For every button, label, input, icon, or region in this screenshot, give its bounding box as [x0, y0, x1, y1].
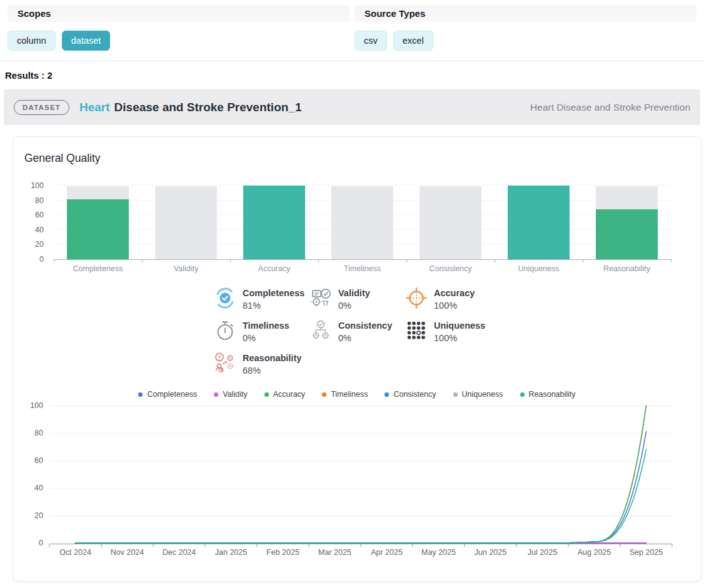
result-title-highlight: Heart	[79, 101, 110, 114]
scopes-panel: Scopes columndataset	[8, 5, 349, 61]
metric-validity: Validity0%	[309, 286, 405, 312]
results-count: Results : 2	[0, 61, 704, 88]
bar-y-tick-label: 20	[35, 240, 44, 249]
source-types-options: csvexcel	[355, 22, 696, 61]
bar-category-label: Consistency	[406, 264, 495, 273]
legend-label: Timeliness	[331, 390, 368, 399]
completeness-icon	[213, 286, 237, 310]
bar-axis-tick	[495, 259, 495, 262]
metric-value: 68%	[243, 364, 301, 377]
legend-label: Consistency	[393, 390, 436, 399]
legend-ring	[453, 392, 458, 397]
source-types-title: Source Types	[355, 5, 696, 22]
legend-item-completeness[interactable]: Completeness	[138, 390, 197, 399]
metric-timeliness: Timeliness0%	[213, 319, 309, 345]
source-types-chip-excel[interactable]: excel	[393, 31, 433, 51]
metric-text: Consistency0%	[338, 319, 392, 345]
bar-gridline	[54, 185, 671, 186]
bar-axis-tick	[318, 259, 319, 262]
legend-ring	[322, 392, 326, 397]
bar-groups	[54, 186, 671, 259]
legend-label: Accuracy	[273, 390, 305, 399]
metric-value: 81%	[243, 299, 304, 312]
legend-item-reasonability[interactable]: Reasonability	[520, 390, 576, 399]
bar-group	[142, 186, 230, 259]
metric-text: Completeness81%	[243, 286, 304, 312]
timeliness-icon	[213, 319, 237, 342]
bar-accuracy	[243, 186, 305, 259]
line-chart: 020406080100Oct 2024Nov 2024Dec 2024Jan …	[13, 405, 701, 564]
bar-y-tick-label: 100	[31, 181, 44, 190]
legend-label: Completeness	[147, 390, 197, 399]
line-legend: CompletenessValidityAccuracyTimelinessCo…	[13, 390, 701, 399]
svg-text:?: ?	[218, 354, 221, 361]
legend-item-timeliness[interactable]: Timeliness	[322, 390, 368, 399]
legend-ring	[264, 392, 269, 397]
result-title-rest: Disease and Stroke Prevention_1	[114, 101, 302, 114]
bar-reasonability	[596, 209, 658, 259]
bar-group	[495, 186, 583, 259]
bar-group	[54, 186, 142, 259]
metric-name: Reasonability	[243, 351, 301, 364]
bar-track	[420, 186, 481, 259]
reasonability-icon: ?	[213, 351, 237, 375]
legend-ring	[385, 392, 389, 397]
legend-item-validity[interactable]: Validity	[214, 390, 247, 399]
metric-value: 0%	[243, 332, 289, 345]
metric-text: Timeliness0%	[243, 319, 289, 345]
result-row[interactable]: DATASET HeartDisease and Stroke Preventi…	[4, 89, 700, 125]
general-quality-card: General Quality 020406080100 Completenes…	[13, 136, 701, 582]
metric-name: Validity	[338, 286, 370, 299]
legend-ring	[214, 392, 218, 397]
bar-y-tick-label: 60	[35, 211, 44, 219]
metric-text: Accuracy100%	[434, 286, 475, 312]
bar-group	[230, 186, 318, 259]
metric-name: Completeness	[243, 286, 304, 299]
metric-consistency: Consistency0%	[309, 319, 405, 345]
bar-group	[583, 186, 671, 259]
bar-y-tick-label: 0	[39, 255, 44, 264]
scopes-chip-dataset[interactable]: dataset	[62, 31, 111, 51]
metric-legend: Completeness81%Validity0%Accuracy100%Tim…	[213, 286, 501, 377]
filters-section: Scopes columndataset Source Types csvexc…	[0, 0, 704, 61]
legend-item-accuracy[interactable]: Accuracy	[264, 390, 305, 399]
validity-icon	[309, 286, 333, 310]
bar-chart: 020406080100 CompletenessValidityAccurac…	[13, 186, 701, 279]
metric-text: Validity0%	[338, 286, 370, 312]
metric-value: 100%	[434, 332, 485, 345]
bar-group	[318, 186, 406, 259]
result-source-name: Heart Disease and Stroke Prevention	[530, 102, 690, 113]
bar-axis-tick	[54, 259, 54, 262]
bar-completeness	[67, 199, 129, 259]
bar-y-tick-label: 40	[35, 226, 44, 234]
bar-axis-tick	[230, 259, 231, 262]
accuracy-icon	[405, 286, 428, 310]
scopes-chip-column[interactable]: column	[8, 31, 56, 51]
metric-reasonability: ?Reasonability68%	[213, 351, 309, 377]
bar-category-label: Uniqueness	[495, 264, 583, 273]
uniqueness-icon	[405, 319, 428, 342]
bar-category-label: Validity	[142, 264, 230, 273]
consistency-icon	[309, 319, 333, 342]
legend-item-consistency[interactable]: Consistency	[385, 390, 436, 399]
bar-category-label: Reasonability	[583, 264, 671, 273]
metric-name: Accuracy	[434, 286, 475, 299]
metric-uniqueness: Uniqueness100%	[405, 319, 500, 345]
metric-text: Reasonability68%	[243, 351, 301, 377]
series-line-uniqueness	[76, 406, 646, 543]
series-line-reasonability	[76, 449, 646, 543]
source-types-chip-csv[interactable]: csv	[355, 31, 387, 51]
metric-name: Timeliness	[243, 319, 289, 332]
bar-axis-tick	[142, 259, 143, 262]
bar-chart-categories: CompletenessValidityAccuracyTimelinessCo…	[54, 264, 671, 273]
bar-category-label: Timeliness	[318, 264, 406, 273]
dataset-type-badge: DATASET	[14, 100, 69, 115]
result-title[interactable]: HeartDisease and Stroke Prevention_1	[79, 101, 302, 114]
series-line-accuracy	[76, 406, 646, 543]
legend-item-uniqueness[interactable]: Uniqueness	[453, 390, 503, 399]
metric-accuracy: Accuracy100%	[405, 286, 500, 312]
metric-value: 0%	[338, 299, 370, 312]
bar-axis-tick	[583, 259, 583, 262]
bar-y-tick-label: 80	[35, 196, 44, 205]
scopes-title: Scopes	[8, 5, 349, 22]
